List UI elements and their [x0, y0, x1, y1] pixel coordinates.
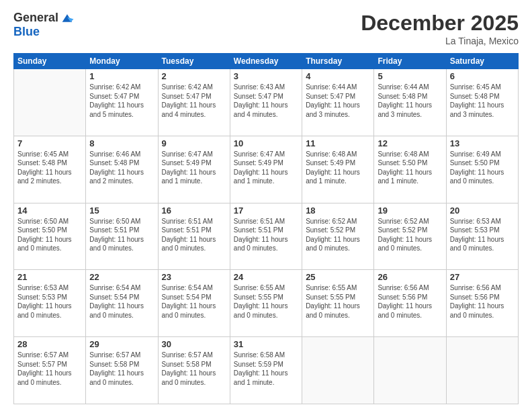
calendar-cell: 13Sunrise: 6:49 AM Sunset: 5:50 PM Dayli…	[446, 136, 518, 203]
calendar-cell	[302, 337, 374, 404]
cell-content: Sunrise: 6:51 AM Sunset: 5:51 PM Dayligh…	[162, 217, 226, 253]
calendar-cell: 11Sunrise: 6:48 AM Sunset: 5:49 PM Dayli…	[302, 136, 374, 203]
day-number: 5	[378, 71, 442, 81]
calendar-cell: 22Sunrise: 6:54 AM Sunset: 5:54 PM Dayli…	[86, 270, 158, 337]
header: General Blue December 2025 La Tinaja, Me…	[13, 11, 519, 46]
day-number: 8	[89, 138, 154, 148]
cell-content: Sunrise: 6:57 AM Sunset: 5:57 PM Dayligh…	[17, 351, 82, 387]
calendar-cell: 30Sunrise: 6:57 AM Sunset: 5:58 PM Dayli…	[158, 337, 230, 404]
cell-content: Sunrise: 6:52 AM Sunset: 5:52 PM Dayligh…	[378, 217, 442, 253]
day-number: 12	[378, 138, 442, 148]
cell-content: Sunrise: 6:57 AM Sunset: 5:58 PM Dayligh…	[89, 351, 154, 387]
logo-icon	[60, 11, 75, 26]
day-header-friday: Friday	[374, 54, 446, 69]
calendar-table: SundayMondayTuesdayWednesdayThursdayFrid…	[13, 53, 519, 404]
calendar-body: 1Sunrise: 6:42 AM Sunset: 5:47 PM Daylig…	[14, 69, 519, 404]
cell-content: Sunrise: 6:47 AM Sunset: 5:49 PM Dayligh…	[162, 150, 226, 186]
day-number: 1	[89, 71, 154, 81]
calendar-header: SundayMondayTuesdayWednesdayThursdayFrid…	[14, 54, 519, 69]
day-number: 19	[378, 205, 442, 216]
calendar-cell: 16Sunrise: 6:51 AM Sunset: 5:51 PM Dayli…	[158, 203, 230, 270]
calendar-cell	[446, 337, 518, 404]
day-header-thursday: Thursday	[302, 54, 374, 69]
calendar-cell: 15Sunrise: 6:50 AM Sunset: 5:51 PM Dayli…	[86, 203, 158, 270]
cell-content: Sunrise: 6:50 AM Sunset: 5:50 PM Dayligh…	[17, 217, 82, 253]
logo-blue-text: Blue	[13, 26, 40, 39]
cell-content: Sunrise: 6:42 AM Sunset: 5:47 PM Dayligh…	[162, 83, 226, 119]
day-number: 26	[378, 272, 442, 282]
calendar-cell	[14, 69, 86, 136]
location: La Tinaja, Mexico	[361, 36, 519, 46]
day-number: 24	[234, 272, 298, 282]
calendar-cell: 24Sunrise: 6:55 AM Sunset: 5:55 PM Dayli…	[230, 270, 302, 337]
calendar-cell: 27Sunrise: 6:56 AM Sunset: 5:56 PM Dayli…	[446, 270, 518, 337]
calendar-cell: 31Sunrise: 6:58 AM Sunset: 5:59 PM Dayli…	[230, 337, 302, 404]
cell-content: Sunrise: 6:48 AM Sunset: 5:50 PM Dayligh…	[378, 150, 442, 186]
calendar-cell: 26Sunrise: 6:56 AM Sunset: 5:56 PM Dayli…	[374, 270, 446, 337]
cell-content: Sunrise: 6:54 AM Sunset: 5:54 PM Dayligh…	[89, 283, 154, 320]
calendar-cell: 6Sunrise: 6:45 AM Sunset: 5:48 PM Daylig…	[446, 69, 518, 136]
calendar-cell: 8Sunrise: 6:46 AM Sunset: 5:48 PM Daylig…	[86, 136, 158, 203]
day-number: 17	[234, 205, 298, 216]
calendar-cell: 1Sunrise: 6:42 AM Sunset: 5:47 PM Daylig…	[86, 69, 158, 136]
cell-content: Sunrise: 6:44 AM Sunset: 5:47 PM Dayligh…	[306, 83, 370, 119]
logo: General Blue	[13, 11, 75, 39]
calendar-cell: 14Sunrise: 6:50 AM Sunset: 5:50 PM Dayli…	[14, 203, 86, 270]
day-number: 3	[234, 71, 298, 81]
cell-content: Sunrise: 6:55 AM Sunset: 5:55 PM Dayligh…	[234, 283, 298, 320]
cell-content: Sunrise: 6:43 AM Sunset: 5:47 PM Dayligh…	[234, 83, 298, 119]
cell-content: Sunrise: 6:48 AM Sunset: 5:49 PM Dayligh…	[306, 150, 370, 186]
calendar-cell: 28Sunrise: 6:57 AM Sunset: 5:57 PM Dayli…	[14, 337, 86, 404]
cell-content: Sunrise: 6:46 AM Sunset: 5:48 PM Dayligh…	[89, 150, 154, 186]
day-number: 13	[450, 138, 515, 148]
day-number: 10	[234, 138, 298, 148]
cell-content: Sunrise: 6:56 AM Sunset: 5:56 PM Dayligh…	[378, 283, 442, 320]
day-number: 28	[17, 339, 82, 349]
cell-content: Sunrise: 6:49 AM Sunset: 5:50 PM Dayligh…	[450, 150, 515, 186]
day-number: 21	[17, 272, 82, 282]
cell-content: Sunrise: 6:51 AM Sunset: 5:51 PM Dayligh…	[234, 217, 298, 253]
cell-content: Sunrise: 6:45 AM Sunset: 5:48 PM Dayligh…	[450, 83, 515, 119]
day-number: 23	[162, 272, 226, 282]
day-header-sunday: Sunday	[14, 54, 86, 69]
calendar-cell	[374, 337, 446, 404]
calendar-cell: 10Sunrise: 6:47 AM Sunset: 5:49 PM Dayli…	[230, 136, 302, 203]
day-number: 14	[17, 205, 82, 216]
cell-content: Sunrise: 6:56 AM Sunset: 5:56 PM Dayligh…	[450, 283, 515, 320]
day-number: 22	[89, 272, 154, 282]
calendar-cell: 20Sunrise: 6:53 AM Sunset: 5:53 PM Dayli…	[446, 203, 518, 270]
day-number: 15	[89, 205, 154, 216]
day-number: 18	[306, 205, 370, 216]
calendar-cell: 3Sunrise: 6:43 AM Sunset: 5:47 PM Daylig…	[230, 69, 302, 136]
day-number: 30	[162, 339, 226, 349]
cell-content: Sunrise: 6:53 AM Sunset: 5:53 PM Dayligh…	[17, 283, 82, 320]
cell-content: Sunrise: 6:52 AM Sunset: 5:52 PM Dayligh…	[306, 217, 370, 253]
day-number: 4	[306, 71, 370, 81]
calendar-cell: 29Sunrise: 6:57 AM Sunset: 5:58 PM Dayli…	[86, 337, 158, 404]
cell-content: Sunrise: 6:58 AM Sunset: 5:59 PM Dayligh…	[234, 351, 298, 387]
calendar-cell: 21Sunrise: 6:53 AM Sunset: 5:53 PM Dayli…	[14, 270, 86, 337]
cell-content: Sunrise: 6:44 AM Sunset: 5:48 PM Dayligh…	[378, 83, 442, 119]
cell-content: Sunrise: 6:55 AM Sunset: 5:55 PM Dayligh…	[306, 283, 370, 320]
cell-content: Sunrise: 6:42 AM Sunset: 5:47 PM Dayligh…	[89, 83, 154, 119]
day-number: 6	[450, 71, 515, 81]
day-header-wednesday: Wednesday	[230, 54, 302, 69]
day-number: 2	[162, 71, 226, 81]
header-row: SundayMondayTuesdayWednesdayThursdayFrid…	[14, 54, 519, 69]
day-number: 25	[306, 272, 370, 282]
cell-content: Sunrise: 6:47 AM Sunset: 5:49 PM Dayligh…	[234, 150, 298, 186]
logo-general-text: General	[13, 11, 58, 25]
calendar-cell: 23Sunrise: 6:54 AM Sunset: 5:54 PM Dayli…	[158, 270, 230, 337]
week-row-3: 21Sunrise: 6:53 AM Sunset: 5:53 PM Dayli…	[14, 270, 519, 337]
day-number: 27	[450, 272, 515, 282]
calendar-cell: 9Sunrise: 6:47 AM Sunset: 5:49 PM Daylig…	[158, 136, 230, 203]
calendar-cell: 18Sunrise: 6:52 AM Sunset: 5:52 PM Dayli…	[302, 203, 374, 270]
day-header-tuesday: Tuesday	[158, 54, 230, 69]
day-number: 9	[162, 138, 226, 148]
day-number: 20	[450, 205, 515, 216]
cell-content: Sunrise: 6:57 AM Sunset: 5:58 PM Dayligh…	[162, 351, 226, 387]
week-row-2: 14Sunrise: 6:50 AM Sunset: 5:50 PM Dayli…	[14, 203, 519, 270]
calendar-cell: 19Sunrise: 6:52 AM Sunset: 5:52 PM Dayli…	[374, 203, 446, 270]
week-row-4: 28Sunrise: 6:57 AM Sunset: 5:57 PM Dayli…	[14, 337, 519, 404]
cell-content: Sunrise: 6:54 AM Sunset: 5:54 PM Dayligh…	[162, 283, 226, 320]
